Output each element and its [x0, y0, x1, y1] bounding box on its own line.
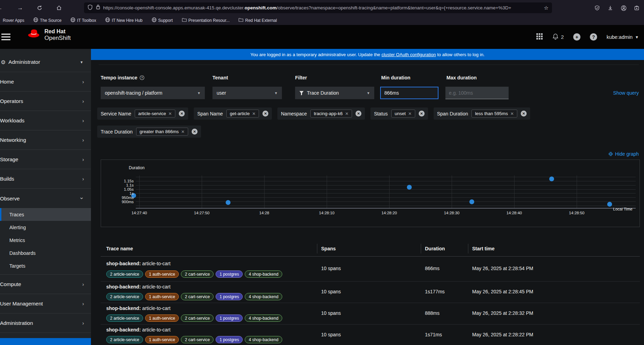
service-badge-postgres[interactable]: 1 postgres: [216, 336, 243, 343]
help-icon[interactable]: ?: [590, 33, 597, 41]
home-icon[interactable]: [55, 4, 63, 12]
service-badge-cart-service[interactable]: 2 cart-service: [181, 314, 214, 322]
service-badge-cart-service[interactable]: 2 cart-service: [181, 293, 214, 300]
service-badge-shop-backend[interactable]: 4 shop-backend: [245, 314, 282, 322]
clear-chip-group-icon[interactable]: ✕: [179, 111, 185, 117]
table-row[interactable]: shop-backend: article-to-cart2 article-s…: [101, 325, 640, 345]
service-badge-article-service[interactable]: 2 article-service: [106, 293, 143, 300]
add-icon[interactable]: +: [573, 33, 580, 41]
sidebar-item-user-management[interactable]: User Management›: [0, 294, 91, 313]
chart-plot-area[interactable]: [136, 175, 636, 208]
sidebar-item-networking[interactable]: Networking›: [0, 130, 91, 150]
sidebar-item-administration[interactable]: Administration›: [0, 313, 91, 333]
forward-icon[interactable]: →: [16, 4, 24, 12]
bookmark-item[interactable]: IT Toolbox: [70, 17, 96, 23]
show-query-link[interactable]: Show query: [613, 90, 639, 96]
sidebar-item-storage[interactable]: Storage›: [0, 150, 91, 169]
data-point[interactable]: [407, 185, 412, 190]
tracking-shield-icon[interactable]: [87, 5, 93, 11]
sidebar-item-alerting[interactable]: Alerting: [0, 221, 91, 234]
trace-name[interactable]: shop-backend: article-to-cart: [106, 327, 170, 333]
help-circle-icon[interactable]: ?: [140, 75, 144, 80]
data-point[interactable]: [226, 200, 231, 205]
remove-chip-icon[interactable]: ✕: [168, 111, 172, 116]
privacy-shield-icon[interactable]: [593, 4, 601, 12]
sidebar-item-dashboards[interactable]: Dashboards: [0, 247, 91, 259]
user-menu[interactable]: kube:admin ▼: [607, 34, 639, 40]
trace-name[interactable]: shop-backend: article-to-cart: [106, 305, 170, 311]
lock-warning-icon[interactable]: [96, 5, 100, 11]
max-duration-input[interactable]: [445, 87, 509, 99]
sidebar-item-operators[interactable]: Operators›: [0, 92, 91, 111]
service-badge-auth-service[interactable]: 1 auth-service: [145, 336, 179, 343]
notifications-button[interactable]: 2: [552, 33, 564, 41]
brand-logo[interactable]: Red Hat OpenShift: [26, 28, 71, 42]
col-start-time[interactable]: Start time: [472, 246, 495, 251]
data-point[interactable]: [549, 176, 554, 181]
bookmark-star-icon[interactable]: ☆: [544, 5, 549, 11]
sidebar-item-builds[interactable]: Builds›: [0, 169, 91, 189]
tempo-instance-select[interactable]: openshift-tracing / platform ▼: [101, 87, 205, 99]
remove-chip-icon[interactable]: ✕: [408, 111, 412, 116]
sidebar-item-observe[interactable]: Observe⌄: [0, 189, 91, 208]
url-bar[interactable]: https://console-openshift-console.apps.e…: [84, 2, 552, 13]
bookmark-item[interactable]: IT New Hire Hub: [105, 17, 142, 23]
sidebar-item-targets[interactable]: Targets: [0, 259, 91, 272]
clear-chip-group-icon[interactable]: ✕: [419, 111, 425, 117]
col-trace-name[interactable]: Trace name: [106, 246, 133, 251]
app-launcher-icon[interactable]: [536, 33, 543, 41]
reload-icon[interactable]: [35, 4, 44, 12]
sidebar-item-metrics[interactable]: Metrics: [0, 234, 91, 247]
sidebar-item-workloads[interactable]: Workloads›: [0, 111, 91, 130]
back-icon[interactable]: ←: [0, 4, 4, 12]
perspective-switcher[interactable]: ⚙ Administrator ▼: [0, 55, 91, 69]
service-badge-postgres[interactable]: 1 postgres: [216, 270, 243, 278]
clear-chip-group-icon[interactable]: ✕: [192, 129, 198, 135]
bookmark-item[interactable]: Presentation Resour...: [182, 18, 230, 23]
service-badge-shop-backend[interactable]: 4 shop-backend: [245, 293, 282, 300]
remove-chip-icon[interactable]: ✕: [181, 129, 185, 134]
clear-chip-group-icon[interactable]: ✕: [262, 111, 268, 117]
nav-toggle-icon[interactable]: [1, 34, 10, 40]
remove-chip-icon[interactable]: ✕: [252, 111, 256, 116]
sidebar-item-traces[interactable]: Traces: [0, 208, 91, 221]
clear-chip-group-icon[interactable]: ✕: [356, 111, 361, 117]
remove-chip-icon[interactable]: ✕: [345, 111, 349, 116]
data-point[interactable]: [469, 199, 474, 204]
sidebar-item-compute[interactable]: Compute›: [0, 275, 91, 294]
service-badge-cart-service[interactable]: 2 cart-service: [181, 270, 214, 278]
sidebar-item-home[interactable]: Home›: [0, 72, 91, 92]
col-duration[interactable]: Duration: [425, 246, 445, 251]
clear-chip-group-icon[interactable]: ✕: [521, 111, 527, 117]
bookmark-item[interactable]: Rover Apps: [3, 18, 24, 23]
service-badge-cart-service[interactable]: 2 cart-service: [181, 336, 214, 343]
trace-name[interactable]: shop-backend: article-to-cart: [106, 261, 170, 266]
bookmark-item[interactable]: The Source: [33, 17, 61, 23]
service-badge-shop-backend[interactable]: 4 shop-backend: [245, 336, 282, 343]
hide-graph-link[interactable]: Hide graph: [608, 151, 639, 157]
min-duration-input[interactable]: [380, 87, 438, 99]
service-badge-postgres[interactable]: 1 postgres: [216, 293, 243, 300]
col-spans[interactable]: Spans: [321, 246, 336, 251]
oauth-config-link[interactable]: cluster OAuth configuration: [382, 52, 436, 57]
service-badge-auth-service[interactable]: 1 auth-service: [145, 293, 179, 300]
downloads-icon[interactable]: [606, 4, 614, 12]
extensions-icon[interactable]: [633, 4, 641, 12]
bookmark-item[interactable]: Support: [152, 17, 173, 23]
remove-chip-icon[interactable]: ✕: [510, 111, 514, 116]
filter-type-select[interactable]: Trace Duration ▼: [295, 87, 374, 99]
bookmark-item[interactable]: Red Hat External: [239, 18, 277, 23]
trace-name[interactable]: shop-backend: article-to-cart: [106, 284, 170, 290]
service-badge-article-service[interactable]: 2 article-service: [106, 336, 143, 343]
table-row[interactable]: shop-backend: article-to-cart2 article-s…: [101, 303, 640, 325]
table-row[interactable]: shop-backend: article-to-cart2 article-s…: [101, 257, 640, 282]
service-badge-postgres[interactable]: 1 postgres: [216, 314, 243, 322]
account-icon[interactable]: [619, 4, 628, 12]
service-badge-auth-service[interactable]: 1 auth-service: [145, 270, 179, 278]
service-badge-auth-service[interactable]: 1 auth-service: [145, 314, 179, 322]
table-row[interactable]: shop-backend: article-to-cart2 article-s…: [101, 282, 640, 303]
tenant-select[interactable]: user ▼: [212, 87, 282, 99]
service-badge-shop-backend[interactable]: 4 shop-backend: [245, 270, 282, 278]
service-badge-article-service[interactable]: 2 article-service: [106, 270, 143, 278]
service-badge-article-service[interactable]: 2 article-service: [106, 314, 143, 322]
